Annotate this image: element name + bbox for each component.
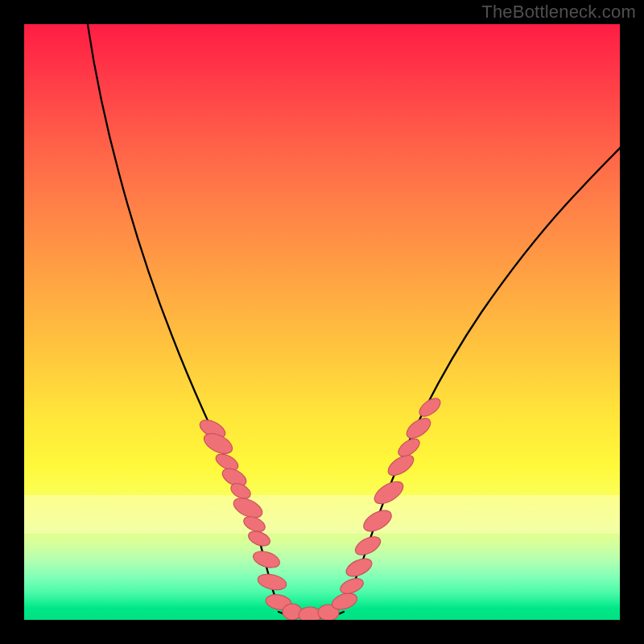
curve-marker [251, 548, 282, 571]
watermark-text: TheBottleneck.com [481, 2, 636, 23]
curve-marker [416, 395, 444, 420]
app-frame: TheBottleneck.com [0, 0, 644, 644]
marker-group [197, 395, 444, 620]
curve-marker [246, 528, 272, 548]
curve-marker [403, 415, 434, 443]
curve-marker [353, 533, 383, 559]
plot-area [24, 24, 620, 620]
curve-marker [361, 506, 395, 535]
curve-marker [344, 555, 374, 580]
curve-marker [256, 572, 287, 592]
marker-layer [24, 24, 620, 620]
curve-marker [371, 477, 407, 508]
